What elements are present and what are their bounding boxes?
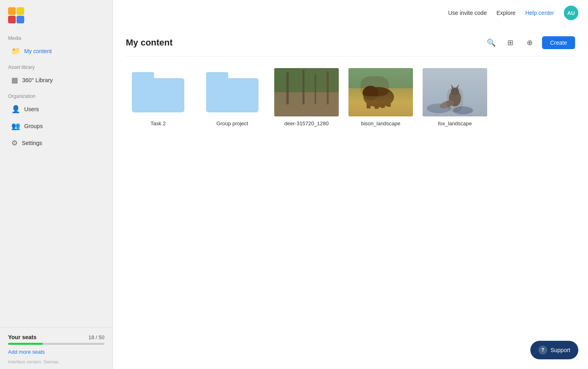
item-label: fox_landscape: [438, 120, 472, 126]
support-icon: ?: [538, 346, 547, 354]
folder-thumbnail: [200, 68, 265, 116]
logo-sq-red: [8, 16, 16, 23]
svg-rect-11: [375, 102, 379, 109]
svg-rect-13: [387, 100, 391, 107]
content-header: My content 🔍 ⊞ ⊕ Create: [126, 35, 575, 57]
folder-thumbnail: [126, 68, 190, 116]
page-title: My content: [126, 37, 173, 48]
use-invite-code-link[interactable]: Use invite code: [448, 10, 487, 16]
create-button[interactable]: Create: [542, 36, 575, 49]
sidebar-item-label: Settings: [22, 140, 42, 146]
avatar[interactable]: AU: [564, 6, 578, 20]
sidebar-item-label: 360° Library: [22, 77, 53, 83]
item-label: deer-315720_1280: [284, 120, 329, 126]
sidebar-item-label: My content: [24, 48, 52, 54]
interface-version: Interface version: Saimaa: [8, 359, 104, 364]
library-icon: ▦: [11, 76, 18, 85]
sidebar: Media 📁 My content Asset library ▦ 360° …: [0, 0, 113, 369]
svg-rect-1: [274, 92, 339, 116]
sidebar-item-groups[interactable]: 👥 Groups: [3, 118, 109, 134]
seats-progress-fill: [8, 343, 43, 345]
organization-section-label: Organization: [0, 89, 113, 101]
topnav: Use invite code Explore Help center AU: [113, 0, 588, 26]
list-item[interactable]: deer-315720_1280: [274, 68, 339, 126]
folder-body: [206, 78, 259, 112]
svg-rect-4: [315, 74, 316, 104]
sidebar-bottom: Your seats 18 / 50 Add more seats Interf…: [0, 327, 113, 369]
folder-body: [132, 78, 184, 112]
list-item[interactable]: bison_landscape: [348, 68, 413, 126]
sidebar-item-label: Groups: [24, 123, 43, 129]
sidebar-item-label: Users: [24, 106, 39, 112]
grid-icon: ⊞: [507, 38, 513, 47]
grid-view-button[interactable]: ⊞: [503, 35, 518, 50]
media-section-label: Media: [0, 31, 113, 43]
svg-rect-6: [348, 68, 413, 88]
svg-rect-0: [274, 68, 339, 92]
logo-sq-yellow: [17, 7, 24, 15]
search-icon: 🔍: [487, 38, 496, 47]
support-label: Support: [550, 347, 570, 353]
list-item[interactable]: fox_landscape: [423, 68, 487, 126]
sidebar-item-360-library[interactable]: ▦ 360° Library: [3, 73, 109, 88]
svg-rect-3: [302, 70, 304, 104]
content-actions: 🔍 ⊞ ⊕ Create: [484, 35, 575, 50]
logo-icon: [8, 7, 24, 23]
sidebar-item-my-content[interactable]: 📁 My content: [3, 44, 109, 59]
add-folder-icon: ⊕: [527, 38, 533, 47]
folder-shape: [132, 72, 184, 112]
groups-icon: 👥: [11, 122, 20, 131]
svg-rect-5: [327, 71, 329, 104]
folder-icon: 📁: [11, 47, 20, 56]
add-folder-button[interactable]: ⊕: [523, 35, 537, 50]
seats-progress-bg: [8, 343, 104, 345]
content-area: My content 🔍 ⊞ ⊕ Create: [113, 26, 588, 369]
items-grid: Task 2 Group project: [126, 68, 575, 126]
svg-rect-12: [381, 101, 385, 108]
item-label: Task 2: [150, 120, 166, 126]
image-thumbnail-fox: [423, 68, 487, 116]
image-thumbnail-bison: [348, 68, 413, 116]
main-area: Use invite code Explore Help center AU M…: [113, 0, 588, 369]
item-label: Group project: [217, 120, 248, 126]
folder-shape: [206, 72, 259, 112]
seats-header: Your seats 18 / 50: [8, 334, 104, 340]
user-icon: 👤: [11, 105, 20, 114]
explore-link[interactable]: Explore: [496, 10, 515, 16]
logo-sq-blue: [17, 16, 24, 23]
asset-library-section-label: Asset library: [0, 60, 113, 72]
svg-point-9: [363, 86, 379, 100]
help-center-link[interactable]: Help center: [525, 10, 554, 16]
support-button[interactable]: ? Support: [530, 341, 578, 359]
settings-icon: ⚙: [11, 139, 18, 147]
svg-rect-10: [367, 100, 371, 108]
add-more-seats-link[interactable]: Add more seats: [8, 349, 45, 355]
list-item[interactable]: Group project: [200, 68, 265, 126]
sidebar-item-users[interactable]: 👤 Users: [3, 102, 109, 117]
sidebar-item-settings[interactable]: ⚙ Settings: [3, 135, 109, 151]
item-label: bison_landscape: [361, 120, 400, 126]
svg-rect-2: [286, 72, 289, 104]
search-button[interactable]: 🔍: [484, 35, 498, 50]
list-item[interactable]: Task 2: [126, 68, 190, 126]
logo-sq-orange: [8, 7, 16, 15]
svg-point-16: [453, 106, 473, 114]
seats-label: Your seats: [8, 334, 37, 340]
seats-count: 18 / 50: [88, 334, 104, 340]
sidebar-spacer: [0, 151, 113, 327]
app-logo: [0, 0, 113, 31]
image-thumbnail-deer: [274, 68, 339, 116]
